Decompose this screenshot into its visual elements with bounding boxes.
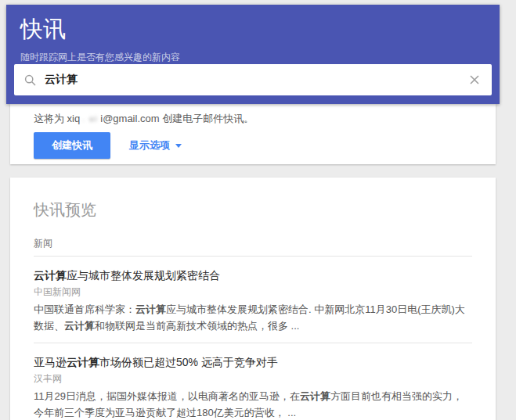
news-source: 中国新闻网 (34, 285, 472, 299)
news-section-label: 新闻 (34, 237, 472, 256)
email-info-text: 这将为 xiq. uii@gmail.com 创建电子邮件快讯。 (34, 112, 472, 127)
search-box (14, 64, 492, 95)
news-title-link[interactable]: 亚马逊云计算市场份额已超过50% 远高于竞争对手 (34, 355, 472, 370)
redacted-email-part: . ui (80, 112, 100, 126)
alerts-page: 快讯 随时跟踪网上是否有您感兴趣的新内容 这将为 xiq. uii@gmail.… (0, 0, 516, 420)
search-input[interactable] (45, 74, 467, 86)
chevron-down-icon (175, 144, 182, 148)
news-title-link[interactable]: 云计算应与城市整体发展规划紧密结合 (34, 268, 472, 283)
create-alert-card: 这将为 xiq. uii@gmail.com 创建电子邮件快讯。 创建快讯 显示… (10, 104, 496, 164)
alerts-header: 快讯 随时跟踪网上是否有您感兴趣的新内容 (6, 5, 500, 104)
news-item: 亚马逊云计算市场份额已超过50% 远高于竞争对手 汉丰网 11月29日消息，据国… (34, 343, 472, 420)
create-actions-row: 创建快讯 显示选项 (34, 132, 472, 159)
email-text-suffix: i@gmail.com 创建电子邮件快讯。 (100, 113, 254, 124)
news-item: 云计算应与城市整体发展规划紧密结合 中国新闻网 中国联通首席科学家：云计算应与城… (34, 257, 472, 343)
show-options-link[interactable]: 显示选项 (129, 138, 182, 153)
search-icon (24, 74, 36, 86)
page-subtitle: 随时跟踪网上是否有您感兴趣的新内容 (20, 51, 492, 64)
show-options-label: 显示选项 (129, 138, 170, 153)
alert-preview-card: 快讯预览 新闻 云计算应与城市整体发展规划紧密结合 中国新闻网 中国联通首席科学… (10, 178, 496, 420)
preview-title: 快讯预览 (34, 199, 472, 220)
news-snippet: 中国联通首席科学家：云计算应与城市整体发展规划紧密结合. 中新网北京11月30日… (34, 301, 472, 334)
create-alert-button[interactable]: 创建快讯 (34, 132, 110, 159)
news-source: 汉丰网 (34, 372, 472, 386)
email-text-prefix: 这将为 xiq (34, 113, 80, 124)
close-icon[interactable] (467, 73, 482, 87)
news-snippet: 11月29日消息，据国外媒体报道，以电商著名的亚马逊，在云计算方面目前也有相当强… (34, 388, 472, 420)
page-title: 快讯 (20, 14, 492, 45)
